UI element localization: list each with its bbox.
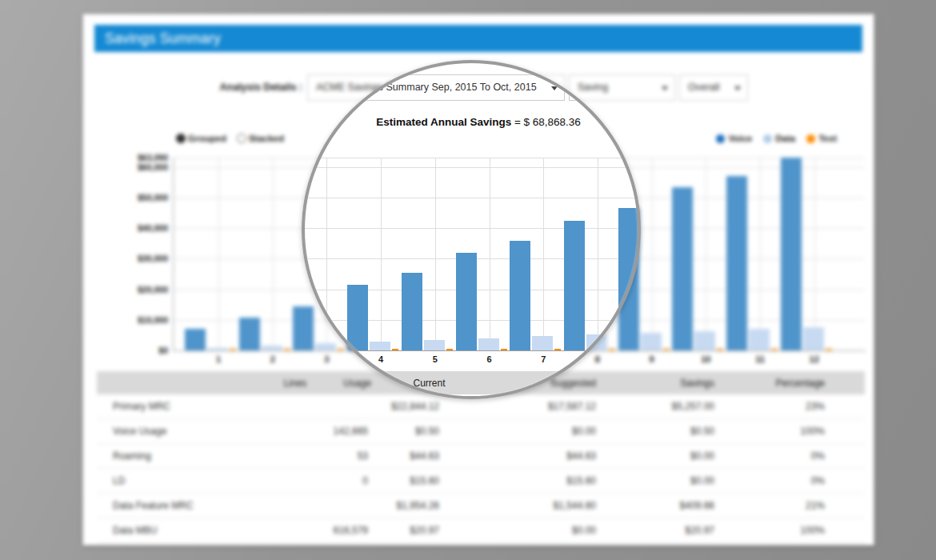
x-axis-label: 1 xyxy=(206,354,230,364)
cell-current: $15.60 xyxy=(387,475,471,486)
bar-data-11 xyxy=(749,329,770,350)
cell-label: Data MBU xyxy=(97,525,263,536)
savings-table: Lines Usage Current Suggested Savings Pe… xyxy=(97,371,865,543)
y-axis-label: $40,000 xyxy=(118,223,168,233)
x-axis-label: 4 xyxy=(369,354,393,364)
cell-savings: $20.97 xyxy=(631,525,759,536)
cell-usage: 0 xyxy=(327,475,387,486)
y-axis-label: $50,000 xyxy=(118,193,168,202)
bar-voice-9 xyxy=(618,208,639,350)
bar-text-4 xyxy=(392,349,398,350)
gridline-vertical xyxy=(218,158,219,350)
cell-percentage: 0% xyxy=(759,475,865,486)
cell-current: $20.97 xyxy=(387,525,471,536)
gridline-horizontal xyxy=(173,158,865,158)
table-header-row: Lines Usage Current Suggested Savings Pe… xyxy=(97,371,865,394)
gridline-vertical xyxy=(652,158,653,350)
x-axis-label: 5 xyxy=(423,354,447,364)
y-axis-label: $60,000 xyxy=(118,162,168,172)
x-axis-label: 2 xyxy=(261,354,285,364)
table-row: Primary MRC$22,844.12$17,587.12$5,257.00… xyxy=(97,394,865,419)
cell-current: $22,844.12 xyxy=(387,401,471,412)
gridline-vertical xyxy=(543,158,544,350)
bar-data-9 xyxy=(641,333,662,350)
cell-savings: $0.00 xyxy=(631,475,759,486)
gridline-horizontal xyxy=(173,167,865,168)
bar-text-6 xyxy=(501,349,507,350)
x-axis-label: 8 xyxy=(586,354,610,364)
bar-data-1 xyxy=(207,348,228,350)
bar-data-2 xyxy=(262,346,282,350)
bar-data-3 xyxy=(315,343,336,350)
bar-text-10 xyxy=(717,349,723,350)
gridline-vertical xyxy=(435,158,436,350)
cell-percentage: 100% xyxy=(759,426,865,437)
bar-voice-3 xyxy=(293,306,314,350)
table-row: Voice Usage142,665$0.50$0.00$0.50100% xyxy=(97,419,865,444)
bar-text-3 xyxy=(338,349,344,350)
y-axis-label: $0 xyxy=(118,346,168,355)
cell-percentage: 21% xyxy=(759,500,865,511)
cell-label: LD xyxy=(97,475,263,486)
bar-data-5 xyxy=(424,340,445,350)
gridline-vertical xyxy=(381,158,382,350)
cell-suggested: $1,544.60 xyxy=(471,500,631,511)
gridline-vertical xyxy=(760,158,761,350)
gridline-horizontal xyxy=(173,228,865,229)
cell-savings: $5,257.00 xyxy=(631,401,759,412)
gridline-horizontal xyxy=(173,198,865,198)
cell-current: $44.63 xyxy=(387,450,471,462)
cell-usage: 616,579 xyxy=(327,525,387,536)
table-row: Data MBU616,579$20.97$0.00$20.97100% xyxy=(97,518,865,543)
col-header-savings: Savings xyxy=(631,378,759,389)
x-axis-label: 9 xyxy=(640,354,664,364)
bar-voice-11 xyxy=(726,176,747,350)
y-axis-label: $63,090 xyxy=(118,153,168,162)
col-header-percentage: Percentage xyxy=(759,378,865,389)
cell-current: $1,954.26 xyxy=(387,500,471,511)
cell-label: Voice Usage xyxy=(97,426,263,437)
bar-text-1 xyxy=(230,349,236,350)
table-row: LD0$15.60$15.60$0.000% xyxy=(97,469,865,494)
col-header-usage: Usage xyxy=(327,378,387,389)
bar-text-8 xyxy=(609,349,615,350)
cell-label: Primary MRC xyxy=(97,401,263,412)
x-axis-label: 7 xyxy=(531,354,555,364)
x-axis-label: 12 xyxy=(802,354,826,364)
bar-voice-7 xyxy=(510,241,530,350)
x-axis-label: 6 xyxy=(478,354,502,364)
bar-voice-12 xyxy=(781,158,802,350)
cell-usage: 53 xyxy=(327,450,387,462)
y-axis-line xyxy=(173,158,174,351)
col-header-suggested: Suggested xyxy=(471,378,631,389)
bar-data-10 xyxy=(694,331,715,350)
gridline-vertical xyxy=(490,158,490,350)
cell-savings: $0.00 xyxy=(631,450,759,462)
gridline-vertical xyxy=(598,158,598,350)
gridline-vertical xyxy=(814,158,815,350)
y-axis-label: $30,000 xyxy=(118,254,168,263)
cell-percentage: 100% xyxy=(759,525,865,536)
cell-suggested: $44.63 xyxy=(471,450,631,462)
x-axis-label: 3 xyxy=(314,354,338,364)
bar-data-6 xyxy=(478,338,499,350)
savings-summary-panel: Savings Summary Analysis Details : ACME … xyxy=(82,14,874,546)
cell-label: Roaming xyxy=(97,450,263,462)
col-header-current: Current xyxy=(387,378,471,389)
cell-percentage: 23% xyxy=(759,401,865,412)
y-axis-label: $20,000 xyxy=(118,285,168,294)
cell-suggested: $15.60 xyxy=(471,475,631,486)
x-axis-label: 11 xyxy=(748,354,772,364)
cell-percentage: 0% xyxy=(759,450,865,462)
bar-data-7 xyxy=(532,336,553,350)
gridline-vertical xyxy=(706,158,706,350)
cell-suggested: $17,587.12 xyxy=(471,401,631,412)
bar-voice-10 xyxy=(672,187,693,350)
bar-voice-4 xyxy=(347,285,368,350)
cell-current: $0.50 xyxy=(387,426,471,437)
bar-text-9 xyxy=(663,349,670,350)
cell-suggested: $0.00 xyxy=(471,426,631,437)
bar-text-2 xyxy=(284,349,290,350)
table-body: Primary MRC$22,844.12$17,587.12$5,257.00… xyxy=(97,394,865,543)
x-axis-line xyxy=(173,350,866,351)
